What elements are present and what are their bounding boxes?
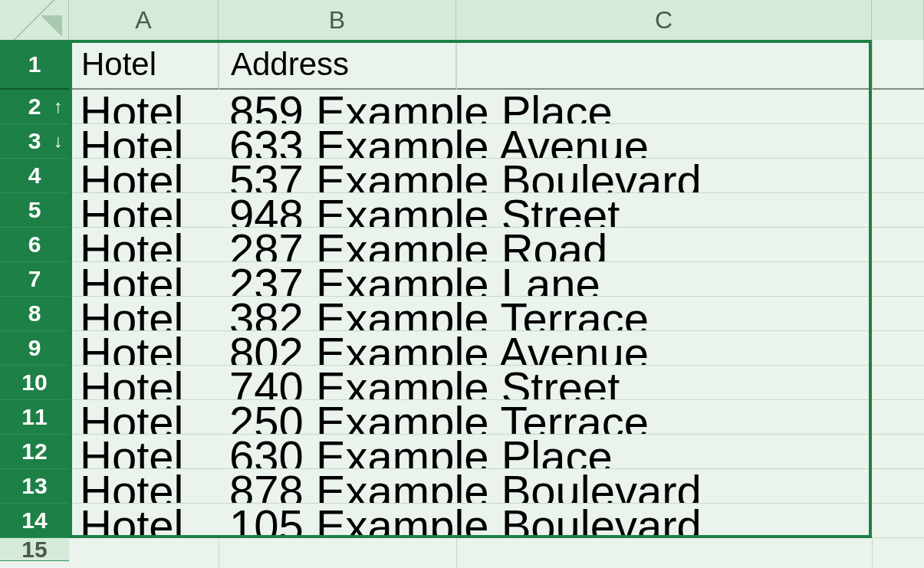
row-header-9[interactable]: 9 [0, 331, 69, 366]
cell-A14[interactable]: Hotel [80, 504, 219, 538]
row-header-7[interactable]: 7 [0, 262, 69, 297]
select-all-corner[interactable] [0, 0, 69, 40]
cell-B9[interactable]: 802 Example Avenue [229, 331, 649, 366]
cell-B10[interactable]: 740 Example Street [229, 366, 620, 400]
row-header-4[interactable]: 4 [0, 159, 69, 193]
row-header-15[interactable]: 15 [0, 538, 69, 561]
spreadsheet: A B C 1 2↑ 3↓ 4 5 6 7 8 9 10 11 12 13 14… [0, 0, 924, 568]
table-row[interactable]: Hotel 878 Example Boulevard [69, 469, 924, 504]
cell-A4[interactable]: Hotel [80, 159, 219, 193]
cell-A8[interactable]: Hotel [80, 297, 219, 331]
cell-B8[interactable]: 382 Example Terrace [229, 297, 649, 331]
table-row[interactable]: Hotel 630 Example Place [69, 435, 924, 469]
table-row[interactable]: Hotel 250 Example Terrace [69, 400, 924, 435]
cell-A13[interactable]: Hotel [80, 469, 219, 504]
row-header-column: 1 2↑ 3↓ 4 5 6 7 8 9 10 11 12 13 14 15 [0, 40, 69, 561]
row-header-14[interactable]: 14 [0, 504, 69, 538]
cell-A1[interactable]: Hotel [69, 40, 219, 88]
arrow-down-icon: ↓ [54, 132, 63, 150]
row-header-5[interactable]: 5 [0, 193, 69, 228]
table-row[interactable]: Hotel 382 Example Terrace [69, 297, 924, 331]
arrow-up-icon: ↑ [54, 97, 63, 116]
cell-A3[interactable]: Hotel [80, 124, 219, 159]
cell-A5[interactable]: Hotel [80, 193, 219, 228]
column-header-A[interactable]: A [69, 0, 219, 40]
data-grid: Hotel Address Hotel 859 Example Place Ho… [69, 40, 924, 568]
cell-B2[interactable]: 859 Example Place [229, 90, 613, 124]
cell-B3[interactable]: 633 Example Avenue [229, 124, 649, 159]
cell-B6[interactable]: 287 Example Road [229, 228, 607, 262]
column-header-row: A B C [0, 0, 924, 40]
cell-B7[interactable]: 237 Example Lane [229, 262, 600, 297]
cell-B11[interactable]: 250 Example Terrace [229, 400, 649, 435]
table-row[interactable]: Hotel 633 Example Avenue [69, 124, 924, 159]
table-row[interactable]: Hotel 859 Example Place [69, 90, 924, 124]
cell-D1[interactable] [872, 40, 924, 88]
cell-A9[interactable]: Hotel [80, 331, 219, 366]
cell-B5[interactable]: 948 Example Street [229, 193, 620, 228]
cell-B12[interactable]: 630 Example Place [229, 435, 613, 469]
column-header-B[interactable]: B [219, 0, 456, 40]
table-row[interactable]: Hotel 105 Example Boulevard [69, 504, 924, 538]
cell-A7[interactable]: Hotel [80, 262, 219, 297]
header-hotel: Hotel [81, 46, 156, 83]
row-header-12[interactable]: 12 [0, 435, 69, 469]
row-header-2[interactable]: 2↑ [0, 90, 69, 124]
cell-B13[interactable]: 878 Example Boulevard [229, 469, 702, 504]
table-row: Hotel Address [69, 40, 924, 90]
cell-B4[interactable]: 537 Example Boulevard [229, 159, 702, 193]
cell-B14[interactable]: 105 Example Boulevard [229, 504, 702, 538]
table-row[interactable]: Hotel 740 Example Street [69, 366, 924, 400]
table-row[interactable]: Hotel 537 Example Boulevard [69, 159, 924, 193]
column-header-D[interactable] [872, 0, 924, 40]
table-row[interactable]: Hotel 237 Example Lane [69, 262, 924, 297]
row-header-3[interactable]: 3↓ [0, 124, 69, 159]
row-header-6[interactable]: 6 [0, 228, 69, 262]
cell-A12[interactable]: Hotel [80, 435, 219, 469]
cell-A2[interactable]: Hotel [80, 90, 219, 124]
row-header-1[interactable]: 1 [0, 40, 69, 90]
cell-C1[interactable] [456, 40, 872, 88]
cell-A11[interactable]: Hotel [80, 400, 219, 435]
table-row[interactable]: Hotel 948 Example Street [69, 193, 924, 228]
table-row[interactable]: Hotel 287 Example Road [69, 228, 924, 262]
cell-B1[interactable]: Address [219, 40, 456, 88]
header-address: Address [231, 46, 349, 83]
cell-A6[interactable]: Hotel [80, 228, 219, 262]
row-header-13[interactable]: 13 [0, 469, 69, 504]
table-row[interactable]: Hotel 802 Example Avenue [69, 331, 924, 366]
row-header-8[interactable]: 8 [0, 297, 69, 331]
column-header-C[interactable]: C [456, 0, 872, 40]
row-header-11[interactable]: 11 [0, 400, 69, 435]
cell-A10[interactable]: Hotel [80, 366, 219, 400]
row-header-10[interactable]: 10 [0, 366, 69, 400]
